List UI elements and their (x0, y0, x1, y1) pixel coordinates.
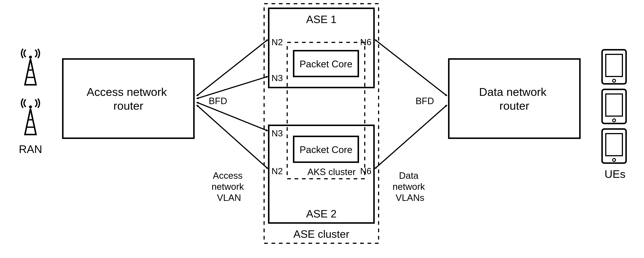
access-router-box (63, 59, 194, 138)
arrow-access-ase2-n3 (197, 102, 268, 131)
bfd-left-label: BFD (209, 96, 227, 106)
ase2-n6-label: N6 (360, 166, 372, 176)
packet-core-1-label: Packet Core (300, 59, 352, 69)
ran-label: RAN (19, 143, 42, 155)
aks-cluster-label: AKS cluster (307, 167, 356, 177)
svg-point-8 (612, 79, 616, 82)
ase1-n2-label: N2 (272, 37, 283, 47)
arrow-access-ase2-n2 (197, 105, 268, 169)
ran-tower-icon (22, 49, 40, 134)
ue-phone-icons (602, 50, 626, 163)
svg-point-2 (29, 56, 32, 59)
data-vlan-label: Data network VLANs (393, 170, 428, 203)
bfd-right-label: BFD (416, 96, 434, 106)
ase1-n6-label: N6 (360, 37, 372, 47)
ase1-title: ASE 1 (306, 13, 336, 25)
network-diagram: RAN Access network router Data network r… (0, 0, 644, 258)
svg-point-5 (29, 105, 32, 108)
access-vlan-label: Access network VLAN (212, 170, 246, 203)
packet-core-2-label: Packet Core (300, 144, 352, 155)
ase2-title: ASE 2 (306, 208, 336, 220)
svg-point-14 (612, 158, 616, 161)
svg-rect-10 (606, 94, 622, 116)
ase1-n3-label: N3 (272, 73, 283, 83)
svg-rect-13 (606, 133, 622, 156)
ase-cluster-label: ASE cluster (294, 228, 350, 240)
arrow-ase2-data-n6 (375, 105, 447, 169)
data-router-box (449, 59, 580, 138)
ues-label: UEs (604, 168, 625, 180)
ase2-n2-label: N2 (272, 166, 283, 176)
svg-rect-7 (606, 54, 622, 77)
ase2-n3-label: N3 (272, 129, 283, 138)
arrow-ase1-data-n6 (375, 40, 447, 96)
svg-point-11 (612, 119, 616, 122)
